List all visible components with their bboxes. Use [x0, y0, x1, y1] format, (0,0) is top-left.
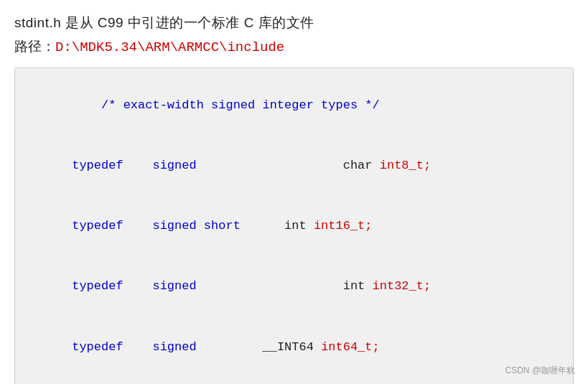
- type-2: int: [284, 219, 307, 233]
- signed-kw-2: signed short: [152, 219, 240, 233]
- signed-line-3: typedef signed int int32_t;: [28, 256, 560, 317]
- alias-1: int8_t;: [380, 159, 431, 172]
- typedef-kw-3: typedef: [72, 279, 123, 293]
- signed-kw-4: signed: [152, 340, 196, 354]
- watermark: CSDN @咖喱年糕: [505, 365, 575, 377]
- path-line: 路径：D:\MDK5.34\ARM\ARMCC\include: [14, 37, 574, 58]
- comment-signed-text: /* exact-width signed integer types */: [72, 98, 379, 112]
- intro-line1: stdint.h 是从 C99 中引进的一个标准 C 库的文件: [14, 13, 574, 34]
- signed-line-1: typedef signed char int8_t;: [28, 136, 560, 196]
- signed-kw-1: signed: [152, 159, 196, 172]
- signed-line-4: typedef signed __INT64 int64_t;: [28, 317, 560, 378]
- path-label: 路径：: [14, 39, 55, 54]
- alias-4: int64_t;: [321, 340, 380, 354]
- typedef-kw-2: typedef: [72, 219, 123, 233]
- alias-3: int32_t;: [373, 279, 431, 293]
- type-3: int: [343, 279, 365, 293]
- comment-signed: /* exact-width signed integer types */: [28, 75, 560, 136]
- signed-line-2: typedef signed short int int16_t;: [28, 196, 560, 256]
- path-value: D:\MDK5.34\ARM\ARMCC\include: [55, 39, 284, 55]
- code-block: /* exact-width signed integer types */ t…: [14, 67, 574, 384]
- typedef-kw-4: typedef: [72, 340, 123, 354]
- type-1: char: [343, 159, 373, 172]
- spacer-line: [28, 378, 560, 384]
- type-4: __INT64: [263, 340, 314, 354]
- signed-kw-3: signed: [152, 279, 196, 293]
- typedef-kw-1: typedef: [72, 159, 123, 172]
- alias-2: int16_t;: [314, 219, 373, 233]
